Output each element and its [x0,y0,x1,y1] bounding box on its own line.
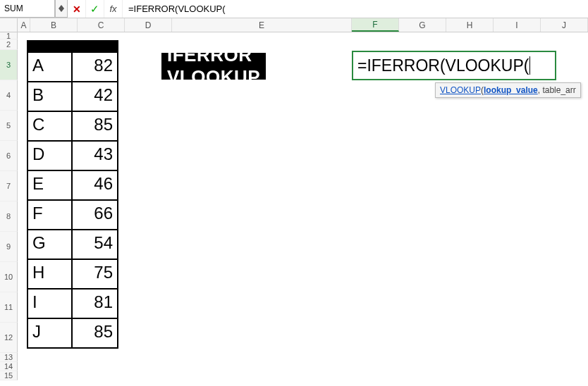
table-cell-value[interactable]: 82 [73,53,117,81]
table-row: A82 [28,51,117,81]
col-header-C[interactable]: C [78,18,125,32]
accept-formula-button[interactable]: ✓ [86,0,104,18]
table-row: B42 [28,81,117,111]
row-header-12[interactable]: 12 [0,323,18,353]
col-header-D[interactable]: D [125,18,172,32]
row-header-3[interactable]: 3 [0,50,18,80]
tooltip-fn-name[interactable]: VLOOKUP [440,85,481,95]
formula-bar: SUM ✕ ✓ fx =IFERROR(VLOOKUP( [0,0,588,18]
table-cell-value[interactable]: 75 [73,260,117,288]
table-row: G54 [28,229,117,259]
name-box[interactable]: SUM [0,0,55,18]
row-header-10[interactable]: 10 [0,262,18,292]
table-cell-value[interactable]: 66 [73,201,117,229]
table-row: D43 [28,140,117,170]
table-cell-value[interactable]: 54 [73,230,117,259]
row-header-4[interactable]: 4 [0,80,18,111]
table-cell-value[interactable]: 46 [73,171,117,199]
row-header-6[interactable]: 6 [0,141,18,171]
row-headers: 123456789101112131415 [0,32,18,380]
row-header-14[interactable]: 14 [0,362,18,371]
table-row: C85 [28,111,117,140]
table-row: J85 [28,318,117,347]
data-table-header [28,42,117,51]
table-row: F66 [28,199,117,229]
grid: 123456789101112131415 A82B42C85D43E46F66… [0,32,588,380]
table-cell-key[interactable]: J [28,319,73,347]
table-cell-value[interactable]: 81 [73,290,117,318]
check-icon: ✓ [90,3,99,15]
table-row: H75 [28,259,117,288]
row-header-7[interactable]: 7 [0,171,18,201]
svg-marker-1 [59,8,64,12]
table-cell-key[interactable]: H [28,260,73,288]
table-cell-key[interactable]: D [28,142,73,170]
row-header-11[interactable]: 11 [0,292,18,323]
col-header-F[interactable]: F [352,18,399,32]
table-cell-key[interactable]: G [28,230,73,259]
table-cell-key[interactable]: F [28,201,73,229]
col-header-A[interactable]: A [18,18,30,32]
table-cell-value[interactable]: 42 [73,82,117,111]
row-header-13[interactable]: 13 [0,353,18,362]
table-row: I81 [28,288,117,318]
edit-text: =IFERROR(VLOOKUP( [357,56,529,75]
column-headers: ABCDEFGHIJ [0,18,588,32]
select-all-corner[interactable] [0,18,18,32]
col-header-H[interactable]: H [446,18,494,32]
formula-text: =IFERROR(VLOOKUP( [128,4,226,14]
table-cell-value[interactable]: 85 [73,319,117,347]
function-tooltip: VLOOKUP(lookup_value, table_arr [435,82,581,98]
fx-icon: fx [109,4,116,14]
col-header-J[interactable]: J [541,18,588,32]
title-text: IFERROR VLOOKUP [167,44,260,88]
formula-input[interactable]: =IFERROR(VLOOKUP( [123,0,588,18]
row-header-5[interactable]: 5 [0,111,18,141]
name-box-stepper[interactable] [55,0,68,18]
active-cell-editor[interactable]: =IFERROR(VLOOKUP( [352,51,556,80]
title-label: IFERROR VLOOKUP [161,53,266,80]
table-cell-key[interactable]: B [28,82,73,111]
chevron-down-icon [59,8,64,12]
cancel-formula-button[interactable]: ✕ [68,0,86,18]
table-cell-key[interactable]: I [28,290,73,318]
col-header-G[interactable]: G [399,18,446,32]
name-box-value: SUM [4,4,23,13]
table-cell-key[interactable]: E [28,171,73,199]
col-header-B[interactable]: B [30,18,78,32]
tooltip-active-arg: lookup_value [484,85,538,95]
tooltip-rest: , table_arr [538,85,576,95]
row-header-2[interactable]: 2 [0,39,18,50]
col-header-E[interactable]: E [172,18,352,32]
row-header-15[interactable]: 15 [0,371,18,380]
table-cell-value[interactable]: 43 [73,142,117,170]
row-header-1[interactable]: 1 [0,32,18,39]
table-cell-key[interactable]: A [28,53,73,81]
table-cell-key[interactable]: C [28,112,73,140]
col-header-I[interactable]: I [494,18,541,32]
row-header-9[interactable]: 9 [0,232,18,262]
x-icon: ✕ [73,4,81,15]
insert-function-button[interactable]: fx [104,0,123,18]
table-cell-value[interactable]: 85 [73,112,117,140]
data-table: A82B42C85D43E46F66G54H75I81J85 [27,40,118,349]
table-row: E46 [28,170,117,199]
text-caret [529,56,530,75]
row-header-8[interactable]: 8 [0,201,18,232]
